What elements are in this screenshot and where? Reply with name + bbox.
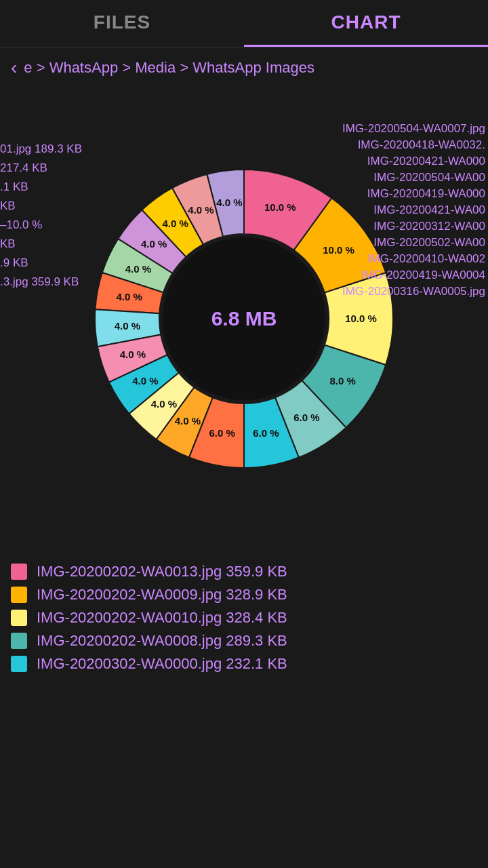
svg-text:4.0 %: 4.0 % [216,197,242,208]
svg-text:4.0 %: 4.0 % [141,238,167,250]
legend-label-3: IMG-20200202-WA0008.jpg 289.3 KB [37,632,287,650]
left-label-0: 01.jpg 189.3 KB [0,142,82,156]
svg-text:4.0 %: 4.0 % [116,291,142,302]
svg-text:4.0 %: 4.0 % [151,398,177,410]
svg-text:4.0 %: 4.0 % [162,218,188,229]
legend-item-1: IMG-20200202-WA0009.jpg 328.9 KB [11,586,477,604]
legend-label-2: IMG-20200202-WA0010.jpg 328.4 KB [37,609,287,627]
right-label-0: IMG-20200504-WA0007.jpg [342,122,488,136]
right-label-8: IMG-20200410-WA002 [342,252,488,266]
left-label-1: 217.4 KB [0,161,82,175]
legend-color-3 [11,633,27,649]
legend: IMG-20200202-WA0013.jpg 359.9 KBIMG-2020… [0,549,488,686]
svg-text:4.0 %: 4.0 % [125,263,151,275]
legend-item-3: IMG-20200202-WA0008.jpg 289.3 KB [11,632,477,650]
right-labels: IMG-20200504-WA0007.jpgIMG-20200418-WA00… [342,122,488,298]
left-label-2: .1 KB [0,180,82,194]
svg-text:10.0 %: 10.0 % [345,313,377,324]
svg-text:6.8 MB: 6.8 MB [211,307,277,330]
svg-text:4.0 %: 4.0 % [115,320,140,332]
breadcrumb: ‹ e > WhatsApp > Media > WhatsApp Images [0,47,488,88]
svg-text:8.0 %: 8.0 % [329,375,355,387]
tab-chart[interactable]: CHART [244,0,488,47]
left-label-6: .9 KB [0,256,82,270]
svg-text:4.0 %: 4.0 % [175,415,201,427]
left-label-3: KB [0,199,82,213]
legend-label-0: IMG-20200202-WA0013.jpg 359.9 KB [37,563,287,580]
svg-text:4.0 %: 4.0 % [188,204,214,216]
svg-text:6.0 %: 6.0 % [209,427,235,439]
legend-label-1: IMG-20200202-WA0009.jpg 328.9 KB [37,586,287,604]
right-label-6: IMG-20200312-WA00 [342,220,488,233]
back-arrow-icon[interactable]: ‹ [11,57,17,79]
legend-color-2 [11,610,27,626]
legend-item-2: IMG-20200202-WA0010.jpg 328.4 KB [11,609,477,627]
right-label-2: IMG-20200421-WA000 [342,155,488,168]
legend-label-4: IMG-20200302-WA0000.jpg 232.1 KB [37,655,287,673]
breadcrumb-path: e > WhatsApp > Media > WhatsApp Images [24,59,314,77]
legend-item-0: IMG-20200202-WA0013.jpg 359.9 KB [11,563,477,580]
legend-color-1 [11,587,27,603]
right-label-1: IMG-20200418-WA0032. [342,138,488,152]
right-label-4: IMG-20200419-WA000 [342,187,488,201]
svg-text:6.0 %: 6.0 % [293,412,319,423]
legend-item-4: IMG-20200302-WA0000.jpg 232.1 KB [11,655,477,673]
left-labels: 01.jpg 189.3 KB 217.4 KB .1 KB KB –10.0 … [0,142,82,289]
left-label-7: .3.jpg 359.9 KB [0,275,82,289]
right-label-5: IMG-20200421-WA00 [342,203,488,217]
tab-files[interactable]: FILES [0,0,244,47]
right-label-10: IMG-20200316-WA0005.jpg [342,285,488,298]
left-label-5: KB [0,237,82,251]
right-label-9: IMG-20200419-WA0004 [342,269,488,282]
left-label-4: –10.0 % [0,218,82,232]
svg-text:6.0 %: 6.0 % [253,427,279,439]
svg-text:4.0 %: 4.0 % [120,349,146,360]
legend-color-0 [11,564,27,580]
chart-area: 01.jpg 189.3 KB 217.4 KB .1 KB KB –10.0 … [0,88,488,549]
right-label-7: IMG-20200502-WA00 [342,236,488,250]
right-label-3: IMG-20200504-WA00 [342,171,488,184]
svg-text:10.0 %: 10.0 % [264,201,296,213]
legend-color-4 [11,656,27,672]
tab-bar: FILES CHART [0,0,488,47]
svg-text:4.0 %: 4.0 % [132,375,158,387]
